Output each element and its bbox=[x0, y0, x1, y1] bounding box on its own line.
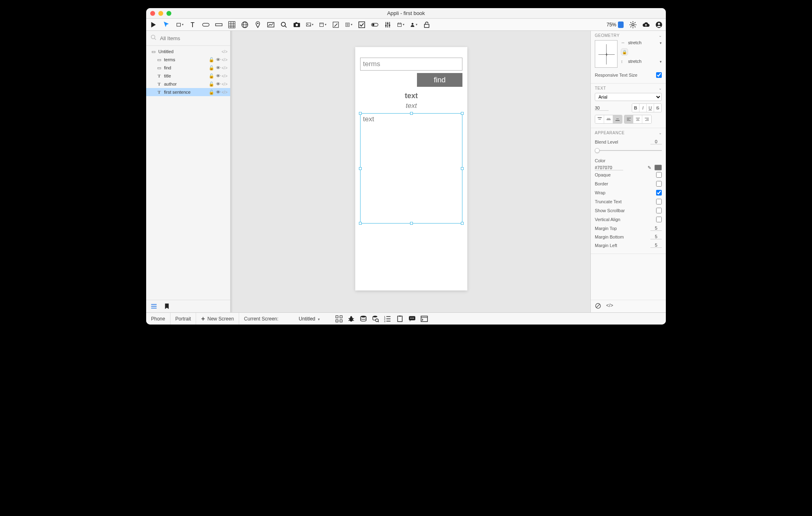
eye-icon[interactable]: 👁 bbox=[215, 90, 221, 95]
bookmark-icon[interactable] bbox=[163, 303, 171, 310]
margin-top-input[interactable] bbox=[650, 226, 662, 231]
lock-icon[interactable] bbox=[423, 21, 430, 28]
canvas-find-button[interactable]: find bbox=[417, 73, 462, 87]
eye-icon[interactable]: 👁 bbox=[215, 57, 221, 62]
v-mode-select[interactable]: stretch bbox=[628, 59, 656, 64]
toggle-icon[interactable] bbox=[371, 21, 378, 28]
code-icon[interactable]: </> bbox=[221, 66, 228, 70]
eye-icon[interactable]: 👁 bbox=[215, 65, 221, 70]
resize-handle[interactable] bbox=[410, 112, 413, 115]
terminal-icon[interactable] bbox=[421, 315, 428, 322]
layers-search-input[interactable] bbox=[160, 35, 228, 41]
tasks-icon[interactable]: 123 bbox=[384, 315, 391, 322]
lock-icon[interactable]: 🔓 bbox=[208, 90, 215, 95]
scrollbar-checkbox[interactable] bbox=[656, 208, 662, 213]
italic-button[interactable]: I bbox=[639, 104, 647, 112]
anchor-grid[interactable]: + bbox=[595, 40, 618, 68]
lock-icon[interactable]: 🔓 bbox=[208, 82, 215, 87]
color-input[interactable] bbox=[595, 165, 623, 170]
edit-icon[interactable] bbox=[332, 21, 339, 28]
canvas-author-text[interactable]: text bbox=[360, 102, 462, 110]
canvas-terms-input[interactable]: terms bbox=[360, 58, 462, 71]
form-tool-icon[interactable]: ▾ bbox=[319, 21, 326, 28]
list-icon[interactable] bbox=[150, 303, 158, 310]
lock-icon[interactable]: 🔓 bbox=[208, 73, 215, 79]
pointer-icon[interactable] bbox=[162, 21, 170, 28]
valign-mid-button[interactable] bbox=[604, 115, 613, 123]
font-select[interactable]: Arial bbox=[595, 93, 662, 101]
resize-handle[interactable] bbox=[461, 112, 464, 115]
tree-item-terms[interactable]: ▭terms🔓👁</> bbox=[146, 56, 230, 64]
gear-icon[interactable] bbox=[629, 21, 637, 28]
tree-item-first-sentence[interactable]: Tfirst sentence🔓👁</> bbox=[146, 88, 230, 96]
border-checkbox[interactable] bbox=[656, 181, 662, 187]
opaque-checkbox[interactable] bbox=[656, 172, 662, 178]
resize-handle[interactable] bbox=[410, 222, 413, 225]
bug-icon[interactable] bbox=[348, 315, 355, 322]
eye-icon[interactable]: 👁 bbox=[215, 82, 221, 86]
valign-top-button[interactable] bbox=[595, 115, 604, 123]
code-icon[interactable]: </> bbox=[221, 82, 228, 86]
eye-icon[interactable]: 👁 bbox=[215, 73, 221, 78]
lock-icon[interactable]: 🔓 bbox=[208, 57, 215, 62]
font-size-input[interactable] bbox=[595, 105, 609, 111]
color-swatch[interactable] bbox=[654, 165, 662, 170]
h-mode-select[interactable]: stretch bbox=[628, 40, 656, 45]
resize-handle[interactable] bbox=[359, 222, 362, 225]
code-icon[interactable]: </> bbox=[221, 49, 228, 54]
valign-checkbox[interactable] bbox=[656, 217, 662, 222]
device-select[interactable]: Phone bbox=[146, 313, 171, 325]
database-icon[interactable] bbox=[360, 315, 367, 322]
grid-icon[interactable] bbox=[335, 315, 343, 322]
user-icon[interactable]: ▾ bbox=[410, 21, 417, 28]
align-right-button[interactable] bbox=[642, 115, 651, 123]
chart-icon[interactable] bbox=[267, 21, 274, 28]
tree-item-author[interactable]: Tauthor🔓👁</> bbox=[146, 80, 230, 88]
play-icon[interactable] bbox=[149, 21, 157, 28]
align-center-button[interactable] bbox=[633, 115, 642, 123]
canvas[interactable]: terms find text text text bbox=[232, 31, 590, 312]
strike-button[interactable]: S bbox=[654, 104, 661, 112]
valign-bot-button[interactable] bbox=[613, 115, 622, 123]
zoom-stepper[interactable] bbox=[618, 22, 624, 28]
chevron-down-icon[interactable]: ⌄ bbox=[659, 131, 662, 135]
canvas-first-sentence-text[interactable]: text bbox=[360, 113, 462, 224]
code-icon[interactable]: </> bbox=[221, 90, 228, 95]
camera-icon[interactable] bbox=[293, 21, 300, 28]
image-tool-icon[interactable]: ▾ bbox=[306, 21, 313, 28]
pin-icon[interactable] bbox=[254, 21, 261, 28]
pill-tool-icon[interactable] bbox=[202, 21, 209, 28]
disable-icon[interactable] bbox=[595, 303, 601, 310]
calendar-icon[interactable]: ▾ bbox=[397, 21, 404, 28]
code-icon[interactable]: </> bbox=[221, 74, 228, 78]
zoom-control[interactable]: 75% bbox=[607, 22, 624, 28]
underline-button[interactable]: U bbox=[647, 104, 654, 112]
responsive-text-checkbox[interactable] bbox=[656, 72, 662, 78]
tree-item-find[interactable]: ▭find🔓👁</> bbox=[146, 64, 230, 72]
rect-tool-icon[interactable]: ▾ bbox=[176, 21, 184, 28]
resize-handle[interactable] bbox=[359, 112, 362, 115]
code-icon[interactable]: </> bbox=[606, 303, 613, 310]
resize-handle[interactable] bbox=[359, 167, 362, 170]
eyedropper-icon[interactable]: ✎ bbox=[648, 165, 651, 170]
chevron-down-icon[interactable]: ⌄ bbox=[659, 86, 662, 90]
cloud-upload-icon[interactable] bbox=[642, 21, 650, 28]
blend-input[interactable] bbox=[650, 139, 662, 144]
search-icon[interactable] bbox=[280, 21, 287, 28]
code-icon[interactable]: </> bbox=[221, 58, 228, 62]
truncate-checkbox[interactable] bbox=[656, 199, 662, 204]
clipboard-icon[interactable] bbox=[396, 315, 404, 322]
canvas-title-text[interactable]: text bbox=[360, 92, 462, 100]
resize-handle[interactable] bbox=[461, 167, 464, 170]
new-screen-button[interactable]: +New Screen bbox=[196, 313, 239, 325]
align-left-button[interactable] bbox=[624, 115, 633, 123]
grid-tool-icon[interactable] bbox=[228, 21, 235, 28]
comment-icon[interactable] bbox=[408, 315, 416, 322]
db-search-icon[interactable] bbox=[372, 315, 379, 322]
wrap-checkbox[interactable] bbox=[656, 190, 662, 196]
account-icon[interactable] bbox=[655, 21, 663, 28]
margin-bottom-input[interactable] bbox=[650, 234, 662, 239]
resize-handle[interactable] bbox=[461, 222, 464, 225]
globe-icon[interactable] bbox=[241, 21, 248, 28]
list-tool-icon[interactable]: ▾ bbox=[345, 21, 352, 28]
